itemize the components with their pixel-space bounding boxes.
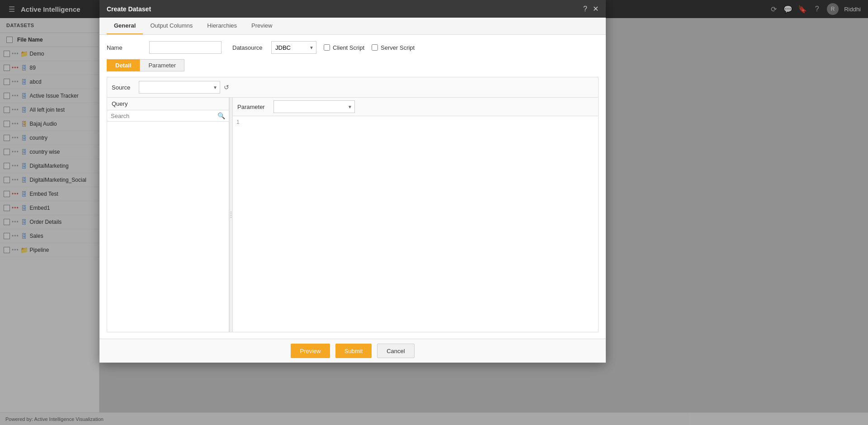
name-input[interactable]	[149, 41, 222, 54]
query-right-header: Parameter ▼	[233, 98, 598, 116]
submit-button[interactable]: Submit	[335, 344, 372, 358]
modal-header-actions: ? ✕	[583, 5, 599, 13]
datasource-select[interactable]: JDBC CSV REST	[271, 41, 316, 54]
query-area: Query 🔍	[107, 97, 599, 332]
search-icon: 🔍	[217, 112, 225, 119]
query-left: Query 🔍	[107, 98, 229, 332]
preview-button[interactable]: Preview	[291, 344, 330, 358]
modal-body: Name Datasource JDBC CSV REST ▼ Cl	[99, 35, 606, 339]
source-row: Source ▼ ↺	[107, 77, 599, 97]
sub-tab-detail[interactable]: Detail	[107, 59, 140, 71]
parameter-select-wrap: ▼	[274, 100, 355, 113]
modal-help-icon[interactable]: ?	[583, 5, 587, 13]
form-row-name-datasource: Name Datasource JDBC CSV REST ▼ Cl	[107, 41, 599, 54]
datasource-select-wrap: JDBC CSV REST ▼	[271, 41, 316, 54]
modal-footer: Preview Submit Cancel	[99, 339, 606, 363]
tab-general[interactable]: General	[107, 18, 143, 34]
source-refresh-icon[interactable]: ↺	[224, 84, 229, 91]
modal-header: Create Dataset ? ✕	[99, 0, 606, 18]
datasource-label: Datasource	[232, 44, 264, 51]
cancel-button[interactable]: Cancel	[377, 344, 414, 358]
resize-handle[interactable]	[229, 98, 233, 332]
source-select[interactable]	[139, 81, 220, 94]
source-wrap: ▼ ↺	[139, 81, 229, 94]
sub-tabs: Detail Parameter	[107, 59, 599, 71]
server-script-checkbox[interactable]	[372, 44, 378, 51]
client-script-text: Client Script	[333, 44, 364, 51]
parameter-select[interactable]	[274, 100, 355, 113]
query-editor[interactable]: 1	[233, 116, 598, 332]
tab-preview[interactable]: Preview	[244, 18, 279, 34]
source-label: Source	[112, 84, 134, 91]
query-left-body	[107, 122, 229, 332]
create-dataset-modal: Create Dataset ? ✕ General Output Column…	[99, 0, 606, 363]
modal-overlay: Create Dataset ? ✕ General Output Column…	[0, 0, 868, 425]
tab-hierarchies[interactable]: Hierarchies	[200, 18, 244, 34]
server-script-label[interactable]: Server Script	[372, 44, 415, 51]
client-script-label[interactable]: Client Script	[324, 44, 364, 51]
line-number-1: 1	[236, 119, 240, 125]
parameter-label: Parameter	[237, 104, 269, 110]
search-box: 🔍	[107, 110, 229, 122]
query-label: Query	[107, 98, 229, 110]
resize-dots	[231, 212, 231, 218]
server-script-text: Server Script	[381, 44, 415, 51]
modal-tabs: General Output Columns Hierarchies Previ…	[99, 18, 606, 35]
name-label: Name	[107, 44, 138, 51]
modal-title: Create Dataset	[107, 5, 151, 13]
source-select-wrap: ▼	[139, 81, 220, 94]
search-input[interactable]	[111, 113, 217, 119]
sub-tab-parameter[interactable]: Parameter	[140, 59, 184, 71]
modal-close-icon[interactable]: ✕	[593, 5, 599, 13]
tab-output-columns[interactable]: Output Columns	[143, 18, 200, 34]
query-right: Parameter ▼ 1	[233, 98, 598, 332]
client-script-checkbox[interactable]	[324, 44, 330, 51]
datasource-row: Datasource JDBC CSV REST ▼ Client Script	[232, 41, 599, 54]
